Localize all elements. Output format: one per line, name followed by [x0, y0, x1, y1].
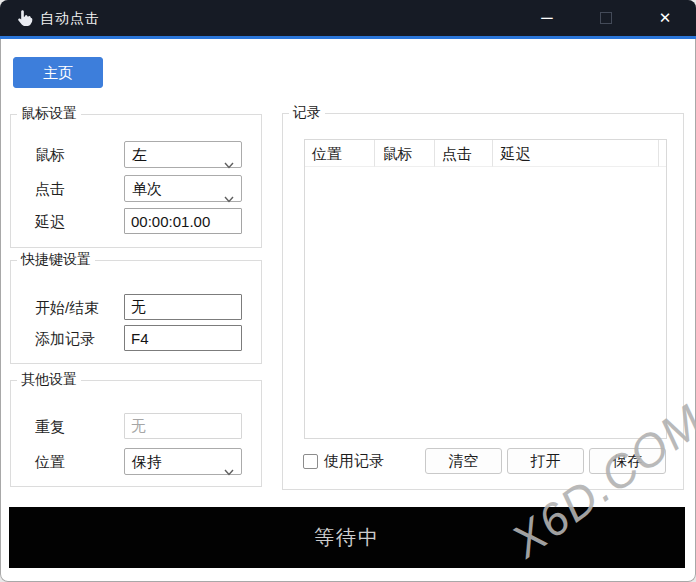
clear-button[interactable]: 清空 [425, 448, 502, 474]
delay-input[interactable] [124, 208, 242, 234]
records-list-header: 位置 鼠标 点击 延迟 [305, 140, 666, 167]
hand-click-icon [14, 8, 34, 28]
mouse-settings-group: 鼠标设置 鼠标 左 点击 单次 延迟 [10, 114, 262, 248]
other-settings-title: 其他设置 [17, 371, 81, 389]
hotkey-settings-title: 快捷键设置 [17, 251, 95, 269]
home-tab-button[interactable]: 主页 [13, 57, 103, 88]
column-header-position[interactable]: 位置 [305, 140, 375, 167]
column-header-mouse[interactable]: 鼠标 [375, 140, 435, 167]
mouse-button-value: 左 [132, 146, 147, 163]
mouse-button-select[interactable]: 左 [124, 141, 242, 168]
add-record-hotkey-input[interactable] [124, 325, 242, 351]
titlebar[interactable]: 自动点击 ─ ✕ [0, 0, 696, 36]
click-type-label: 点击 [35, 175, 65, 202]
maximize-button[interactable] [591, 0, 621, 36]
chevron-down-icon [224, 185, 234, 192]
chevron-down-icon [224, 458, 234, 465]
records-listview[interactable]: 位置 鼠标 点击 延迟 [304, 139, 667, 439]
chevron-down-icon [224, 151, 234, 158]
minimize-button[interactable]: ─ [532, 0, 562, 36]
start-stop-label: 开始/结束 [35, 294, 99, 321]
hotkey-settings-group: 快捷键设置 开始/结束 添加记录 [10, 260, 262, 364]
click-type-value: 单次 [132, 180, 162, 197]
mouse-settings-title: 鼠标设置 [17, 105, 81, 123]
titlebar-accent-line [0, 36, 696, 39]
column-header-delay[interactable]: 延迟 [493, 140, 659, 167]
column-header-filler [659, 140, 666, 167]
status-bar: 等待中 [9, 507, 685, 568]
use-records-checkbox[interactable] [303, 454, 318, 469]
column-header-click[interactable]: 点击 [435, 140, 494, 167]
window-title: 自动点击 [40, 0, 100, 36]
add-record-label: 添加记录 [35, 325, 95, 352]
maximize-icon [600, 12, 612, 24]
click-type-select[interactable]: 单次 [124, 175, 242, 202]
position-select[interactable]: 保持 [124, 448, 242, 475]
open-button[interactable]: 打开 [507, 448, 584, 474]
close-button[interactable]: ✕ [650, 0, 680, 36]
records-group: 记录 位置 鼠标 点击 延迟 使用记录 清空 打开 保存 [282, 113, 684, 490]
app-window: 自动点击 ─ ✕ 主页 鼠标设置 鼠标 左 点击 单次 延迟 快捷键设置 开始/… [0, 0, 696, 582]
repeat-input [124, 413, 242, 439]
position-value: 保持 [132, 453, 162, 470]
records-title: 记录 [289, 104, 325, 122]
use-records-label: 使用记录 [324, 452, 384, 471]
repeat-label: 重复 [35, 413, 65, 440]
start-stop-hotkey-input[interactable] [124, 294, 242, 320]
position-label: 位置 [35, 448, 65, 475]
other-settings-group: 其他设置 重复 位置 保持 [10, 380, 262, 487]
use-records-checkbox-row[interactable]: 使用记录 [303, 451, 384, 471]
delay-label: 延迟 [35, 208, 65, 235]
status-text: 等待中 [314, 524, 380, 551]
save-button[interactable]: 保存 [589, 448, 666, 474]
mouse-button-label: 鼠标 [35, 141, 65, 168]
